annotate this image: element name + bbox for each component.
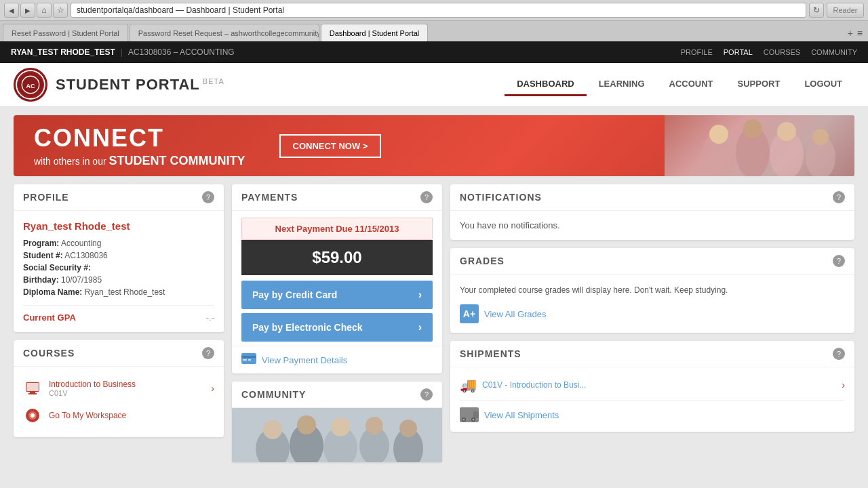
shipments-help-button[interactable]: ?	[833, 348, 845, 360]
courses-help-button[interactable]: ?	[202, 347, 214, 359]
user-bar: RYAN_TEST RHODE_TEST | AC1308036 – ACCOU…	[0, 41, 868, 63]
workspace-item[interactable]: Go To My Workspace	[23, 402, 214, 429]
nav-logout[interactable]: LOGOUT	[792, 73, 854, 96]
beta-label: BETA	[203, 77, 224, 85]
course-info: Introduction to Business C01V	[49, 380, 211, 397]
view-all-shipments-link[interactable]: View All Shipments	[460, 400, 845, 422]
profile-gpa-label: Current GPA	[23, 312, 76, 323]
courses-card-body: Introduction to Business C01V › Go To My…	[14, 367, 224, 437]
svg-rect-14	[28, 393, 37, 394]
svg-point-11	[812, 129, 829, 145]
banner-image	[665, 115, 854, 176]
nav-account[interactable]: ACCOUNT	[657, 73, 726, 96]
reload-button[interactable]: ↻	[809, 3, 824, 18]
nav-dashboard[interactable]: DASHBOARD	[505, 73, 587, 96]
user-name: RYAN_TEST RHODE_TEST	[11, 47, 115, 57]
svg-rect-13	[30, 392, 35, 393]
bookmark-button[interactable]: ☆	[53, 3, 68, 18]
userbar-community-link[interactable]: COMMUNITY	[811, 48, 857, 56]
profile-gpa-row: Current GPA -.-	[23, 305, 214, 323]
reader-button[interactable]: Reader	[827, 3, 864, 18]
payment-due-label: Next Payment Due 11/15/2013	[241, 218, 433, 240]
profile-name: Ryan_test Rhode_test	[23, 220, 214, 232]
payments-help-button[interactable]: ?	[420, 191, 433, 203]
browser-tabs: Reset Password | Student Portal Password…	[0, 21, 868, 41]
url-text: studentportalqa/dashboard — Dashboard | …	[77, 5, 284, 15]
course-name[interactable]: Introduction to Business	[49, 380, 211, 389]
ship-icon	[460, 407, 479, 422]
new-tab-button[interactable]: +	[848, 28, 853, 39]
course-code: C01V	[49, 389, 211, 397]
grades-card-body: Your completed course grades will displa…	[450, 274, 854, 333]
back-button[interactable]: ◀	[4, 3, 19, 18]
tab-actions[interactable]: + ≡	[845, 25, 865, 41]
shipment-arrow-icon: ›	[842, 380, 845, 390]
grades-help-button[interactable]: ?	[833, 255, 845, 267]
userbar-courses-link[interactable]: COURSES	[764, 48, 800, 56]
pay-echeck-button[interactable]: Pay by Electronic Check ›	[241, 313, 433, 342]
svg-rect-22	[248, 359, 251, 361]
shipment-name: C01V - Introduction to Busi...	[482, 380, 586, 390]
forward-button[interactable]: ▶	[20, 3, 35, 18]
shipments-title: SHIPMENTS	[460, 348, 521, 359]
left-column: PROFILE ? Ryan_test Rhode_test Program: …	[14, 184, 224, 462]
community-help-button[interactable]: ?	[420, 388, 433, 401]
workspace-label[interactable]: Go To My Workspace	[49, 411, 126, 420]
profile-gpa-value: -.-	[206, 312, 214, 323]
view-payment-details-link[interactable]: View Payment Details	[232, 346, 442, 373]
profile-title: PROFILE	[23, 192, 69, 203]
nav-learning[interactable]: LEARNING	[587, 73, 657, 96]
course-item[interactable]: Introduction to Business C01V ›	[23, 375, 214, 402]
echeck-arrow-icon: ›	[418, 321, 422, 333]
truck-icon: 🚚	[460, 377, 477, 393]
notifications-card-header: NOTIFICATIONS ?	[450, 184, 854, 211]
svg-point-18	[31, 413, 35, 418]
user-account: AC1308036 – ACCOUNTING	[128, 47, 235, 57]
profile-card: PROFILE ? Ryan_test Rhode_test Program: …	[14, 184, 224, 332]
profile-program: Program: Accounting	[23, 239, 214, 248]
banner-sub-text: with others in our STUDENT COMMUNITY	[34, 154, 245, 168]
userbar-profile-link[interactable]: PROFILE	[681, 48, 713, 56]
home-button[interactable]: ⌂	[37, 3, 52, 18]
profile-student-num: Student #: AC1308036	[23, 251, 214, 260]
notifications-card-body: You have no notifications.	[450, 211, 854, 240]
banner-community-label: STUDENT COMMUNITY	[109, 154, 245, 167]
profile-help-button[interactable]: ?	[202, 191, 214, 203]
workspace-icon	[23, 406, 42, 425]
tab-dashboard[interactable]: Dashboard | Student Portal	[321, 24, 429, 41]
logo-inner: AC	[16, 70, 45, 100]
view-all-grades-link[interactable]: A+ View All Grades	[460, 304, 845, 323]
community-card-body	[232, 408, 442, 462]
connect-banner: CONNECT with others in our STUDENT COMMU…	[14, 115, 854, 176]
tab-list-button[interactable]: ≡	[857, 28, 863, 39]
shipment-icon-svg	[460, 408, 479, 422]
banner-students-svg	[665, 115, 854, 176]
pay-credit-card-button[interactable]: Pay by Credit Card ›	[241, 281, 433, 309]
svg-point-38	[463, 419, 465, 421]
profile-card-body: Ryan_test Rhode_test Program: Accounting…	[14, 211, 224, 332]
payment-details-icon	[241, 353, 256, 367]
logo-circle: AC	[14, 68, 47, 102]
svg-point-8	[709, 125, 728, 144]
tab-reset-password[interactable]: Reset Password | Student Portal	[3, 24, 128, 41]
grades-title: GRADES	[460, 256, 505, 266]
credit-card-arrow-icon: ›	[418, 289, 422, 301]
tab-password-reset-request[interactable]: Password Reset Request – ashworthcollege…	[130, 24, 319, 41]
banner-connect-label: CONNECT	[34, 124, 245, 152]
notifications-help-button[interactable]: ?	[833, 191, 845, 203]
userbar-portal-link[interactable]: PORTAL	[724, 48, 753, 56]
svg-rect-35	[473, 411, 479, 418]
url-bar[interactable]: studentportalqa/dashboard — Dashboard | …	[71, 3, 806, 18]
course-arrow-icon: ›	[211, 383, 214, 394]
community-card: COMMUNITY ?	[232, 382, 442, 462]
user-bar-left: RYAN_TEST RHODE_TEST | AC1308036 – ACCOU…	[11, 47, 235, 57]
connect-now-button[interactable]: CONNECT NOW >	[279, 134, 382, 158]
payments-card-header: PAYMENTS ?	[232, 184, 442, 211]
profile-ssn: Social Security #:	[23, 263, 214, 272]
svg-point-33	[399, 420, 417, 437]
nav-support[interactable]: SUPPORT	[726, 73, 793, 96]
shipment-item[interactable]: 🚚 C01V - Introduction to Busi... ›	[460, 377, 845, 393]
shipment-left: 🚚 C01V - Introduction to Busi...	[460, 377, 586, 393]
payment-icon-svg	[241, 353, 256, 364]
community-card-header: COMMUNITY ?	[232, 382, 442, 408]
